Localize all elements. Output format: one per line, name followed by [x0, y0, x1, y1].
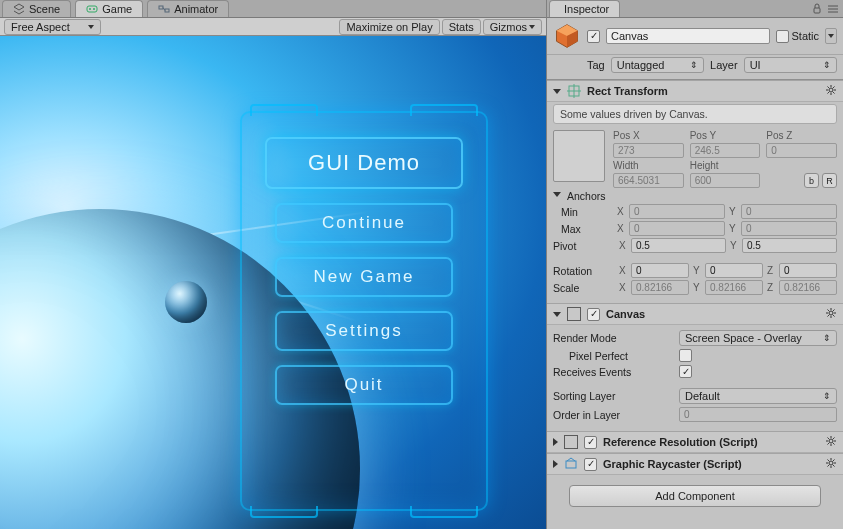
blueprint-mode-button[interactable]: b: [804, 173, 819, 188]
pivot-x-field[interactable]: 0.5: [631, 238, 726, 253]
svg-rect-6: [814, 8, 820, 13]
rotation-x-field[interactable]: 0: [631, 263, 689, 278]
height-field[interactable]: 600: [690, 173, 761, 188]
sorting-layer-label: Sorting Layer: [553, 390, 673, 402]
canvas-icon: [567, 307, 581, 321]
menu-quit-button[interactable]: Quit: [275, 365, 453, 405]
gameobject-header: Canvas Static: [547, 18, 843, 55]
anchor-min-y-field[interactable]: 0: [741, 204, 837, 219]
pivot-y-field[interactable]: 0.5: [742, 238, 837, 253]
tab-animator[interactable]: Animator: [147, 0, 229, 17]
tab-scene[interactable]: Scene: [2, 0, 71, 17]
stats-toggle[interactable]: Stats: [442, 19, 481, 35]
reference-resolution-header[interactable]: Reference Resolution (Script): [547, 432, 843, 453]
anchor-max-y-field[interactable]: 0: [741, 221, 837, 236]
pixel-perfect-checkbox[interactable]: [679, 349, 692, 362]
foldout-arrow-icon[interactable]: [553, 192, 561, 197]
pos-y-field[interactable]: 246.5: [690, 143, 761, 158]
chevron-down-icon: [828, 34, 834, 38]
static-dropdown[interactable]: [825, 28, 837, 44]
aspect-value: Free Aspect: [11, 21, 70, 33]
rect-transform-header[interactable]: Rect Transform: [547, 81, 843, 102]
graphic-raycaster-enabled-checkbox[interactable]: [584, 458, 597, 471]
tab-scene-label: Scene: [29, 3, 60, 15]
gear-icon[interactable]: [825, 84, 837, 98]
tag-dropdown[interactable]: Untagged⇕: [611, 57, 704, 73]
gameobject-name-value: Canvas: [611, 30, 648, 42]
gizmos-dropdown[interactable]: Gizmos: [483, 19, 542, 35]
menu-settings-button[interactable]: Settings: [275, 311, 453, 351]
game-view: GUI Demo Continue New Game Settings Quit: [0, 36, 546, 529]
layer-value: UI: [750, 59, 761, 71]
menu-continue-button[interactable]: Continue: [275, 203, 453, 243]
tab-game[interactable]: Game: [75, 0, 143, 17]
reference-resolution-title: Reference Resolution (Script): [603, 436, 758, 448]
graphic-raycaster-title: Graphic Raycaster (Script): [603, 458, 742, 470]
menu-newgame-button[interactable]: New Game: [275, 257, 453, 297]
foldout-arrow-icon: [553, 438, 558, 446]
add-component-label: Add Component: [655, 490, 735, 502]
game-toolbar: Free Aspect Maximize on Play Stats Gizmo…: [0, 18, 546, 36]
gameobject-active-checkbox[interactable]: [587, 30, 600, 43]
scale-label: Scale: [553, 282, 615, 294]
receives-events-label: Receives Events: [553, 366, 673, 378]
svg-rect-4: [165, 9, 169, 12]
width-field[interactable]: 664.5031: [613, 173, 684, 188]
anchor-preset-button[interactable]: [553, 130, 605, 182]
component-reference-resolution: Reference Resolution (Script): [547, 431, 843, 453]
rect-transform-icon: [567, 84, 581, 98]
raw-edit-button[interactable]: R: [822, 173, 837, 188]
reference-resolution-enabled-checkbox[interactable]: [584, 436, 597, 449]
panel-menu-icon[interactable]: [827, 3, 839, 17]
pos-z-label: Pos Z: [766, 130, 837, 141]
pos-x-field[interactable]: 273: [613, 143, 684, 158]
scale-x-field[interactable]: 0.82166: [631, 280, 689, 295]
render-mode-dropdown[interactable]: Screen Space - Overlay⇕: [679, 330, 837, 346]
pos-z-field[interactable]: 0: [766, 143, 837, 158]
rect-transform-body: Some values driven by Canvas. Pos X273 P…: [547, 102, 843, 303]
anchors-min-label: Min: [561, 206, 613, 218]
pivot-label: Pivot: [553, 240, 615, 252]
svg-point-15: [829, 461, 833, 465]
scale-y-field[interactable]: 0.82166: [705, 280, 763, 295]
receives-events-checkbox[interactable]: [679, 365, 692, 378]
gear-icon[interactable]: [825, 435, 837, 449]
foldout-arrow-icon: [553, 312, 561, 317]
pixel-perfect-label: Pixel Perfect: [553, 350, 673, 362]
svg-rect-14: [566, 461, 576, 468]
gear-icon[interactable]: [825, 457, 837, 471]
svg-point-11: [829, 88, 833, 92]
canvas-enabled-checkbox[interactable]: [587, 308, 600, 321]
lock-icon[interactable]: [811, 3, 823, 17]
scene-icon: [13, 3, 25, 15]
gameobject-name-field[interactable]: Canvas: [606, 28, 770, 44]
render-mode-label: Render Mode: [553, 332, 673, 344]
foldout-arrow-icon: [553, 460, 558, 468]
canvas-header[interactable]: Canvas: [547, 304, 843, 325]
order-in-layer-field: 0: [679, 407, 837, 422]
aspect-dropdown[interactable]: Free Aspect: [4, 19, 101, 35]
static-toggle[interactable]: Static: [776, 30, 819, 43]
rotation-z-field[interactable]: 0: [779, 263, 837, 278]
tab-inspector[interactable]: Inspector: [549, 0, 620, 17]
add-component-button[interactable]: Add Component: [569, 485, 821, 507]
layer-dropdown[interactable]: UI⇕: [744, 57, 837, 73]
static-checkbox[interactable]: [776, 30, 789, 43]
component-graphic-raycaster: Graphic Raycaster (Script): [547, 453, 843, 475]
svg-point-2: [93, 8, 95, 10]
anchor-max-x-field[interactable]: 0: [629, 221, 725, 236]
gear-icon[interactable]: [825, 307, 837, 321]
scale-z-field[interactable]: 0.82166: [779, 280, 837, 295]
left-tabrow: Scene Game Animator: [0, 0, 546, 18]
graphic-raycaster-header[interactable]: Graphic Raycaster (Script): [547, 454, 843, 475]
foldout-arrow-icon: [553, 89, 561, 94]
inspector-body: Canvas Static Tag Untagged⇕ Layer UI⇕ Re…: [547, 18, 843, 529]
pos-x-label: Pos X: [613, 130, 684, 141]
anchors-label: Anchors: [567, 190, 619, 202]
unity-editor: Scene Game Animator Free Aspect Maximize…: [0, 0, 843, 529]
svg-rect-0: [87, 6, 97, 12]
rotation-y-field[interactable]: 0: [705, 263, 763, 278]
raycaster-icon: [564, 457, 578, 471]
maximize-toggle[interactable]: Maximize on Play: [339, 19, 439, 35]
anchor-min-x-field[interactable]: 0: [629, 204, 725, 219]
